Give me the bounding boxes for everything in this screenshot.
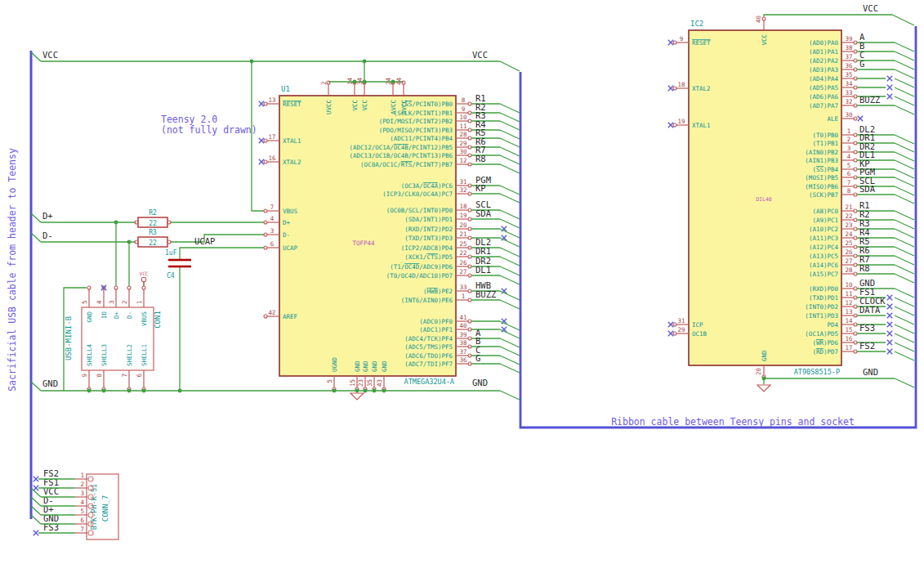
pin-end-circle [854, 254, 857, 257]
wire [895, 87, 914, 96]
pin-name: D- [283, 231, 290, 239]
net-label-sda[interactable]: SDA [859, 184, 876, 194]
wire [895, 298, 914, 307]
vcc-icon[interactable] [141, 277, 146, 282]
pin-name: (OC0A/OC1C/RTS/PCINT7)PB7 [360, 161, 453, 168]
wire [31, 213, 41, 222]
pin-end-circle [468, 354, 471, 357]
pin-number: 39 [459, 331, 466, 338]
junction-dot [391, 80, 395, 84]
pin-number: 20 [755, 368, 762, 376]
pin-name: (T0)PB0 [812, 132, 838, 139]
net-label-gnd[interactable]: GND [863, 367, 878, 377]
net-label-fs2[interactable]: FS2 [859, 341, 875, 351]
pin-end-circle [264, 139, 267, 142]
ground-icon[interactable] [757, 385, 770, 392]
wire [500, 329, 520, 338]
pin-name: (WR)PD6 [812, 339, 838, 347]
net-label-data[interactable]: DATA [859, 305, 881, 315]
pin-name: (ADC11/PCINT4)PB4 [390, 135, 453, 142]
ground-icon[interactable] [350, 393, 364, 400]
note-ribbon-cable[interactable]: Ribbon cable between Teensy pins and soc… [611, 417, 855, 427]
net-label-dl1[interactable]: DL1 [475, 265, 491, 275]
pin-name: AREF [283, 313, 298, 320]
resistor-r3[interactable]: R322 [135, 229, 171, 247]
pin-number: 27 [459, 268, 466, 275]
pin-number: 8 [96, 374, 103, 378]
pin-name: VBUS [141, 311, 148, 327]
pin-name: (TXD/INT3)PD3 [404, 235, 453, 242]
net-label-fs3[interactable]: FS3 [859, 323, 875, 333]
wire [895, 247, 914, 256]
pin-name: GND [761, 350, 768, 361]
junction-dot [382, 389, 386, 393]
note-sacrificial-usb-cable[interactable]: Sacrificial USB cable from header to Tee… [7, 148, 18, 392]
wire [31, 52, 41, 61]
pin-end-circle [854, 159, 857, 162]
wire [895, 105, 914, 114]
pin-number: 40 [459, 322, 467, 329]
pin-number: 4 [80, 499, 84, 506]
net-label-g[interactable]: G [475, 353, 480, 363]
net-label-dr1[interactable]: DR1 [475, 246, 491, 256]
pin-name: GND [354, 360, 361, 372]
ic-u1-atmega32u4[interactable]: U1ATMEGA32U4-ATQFP448(SS/PCINT0)PB09(SCL… [259, 77, 507, 391]
pin-name: D+ [283, 219, 291, 226]
wire [500, 347, 520, 356]
usb-connector-con1[interactable]: USB-MINI-BCON15GND4ID3D+2D-1VBUS9SHELL48… [65, 285, 162, 391]
pin-number: 2 [320, 81, 328, 85]
capacitor-c4[interactable]: 1uFC4 [165, 249, 191, 280]
pin-end-circle [468, 274, 471, 277]
pin-number: 10 [845, 281, 853, 289]
net-label-dplus[interactable]: D+ [42, 211, 53, 221]
pin-number: 1 [80, 472, 84, 479]
pin-number: 18 [459, 203, 467, 210]
pin-name: UVCC [325, 100, 333, 114]
wire [895, 256, 914, 265]
net-label-gnd[interactable]: GND [472, 378, 488, 387]
vcc-power-symbol[interactable]: VCC [140, 271, 149, 286]
pin-end-circle [854, 176, 857, 179]
wire [895, 69, 914, 78]
net-label-sda[interactable]: SDA [475, 208, 492, 218]
net-label-vcc[interactable]: VCC [42, 50, 58, 60]
pin-name: (T1)PB1 [812, 140, 838, 147]
net-label-r8[interactable]: R8 [475, 154, 486, 163]
wire [252, 61, 264, 211]
net-label-r8[interactable]: R8 [859, 263, 870, 273]
wire [170, 235, 264, 242]
pin-number: 25 [845, 239, 852, 247]
net-label-buzz[interactable]: BUZZ [859, 95, 880, 105]
pin-number: 14 [346, 77, 354, 85]
net-label-dminus[interactable]: D- [42, 231, 53, 240]
pin-end-circle [854, 168, 857, 171]
net-label-kp[interactable]: KP [475, 183, 486, 193]
note-teensy[interactable]: Teensy 2.0 (not fully drawn) [161, 114, 257, 136]
pin-number: 15 [845, 326, 852, 333]
pin-number: 31 [459, 178, 466, 186]
net-label-ucap[interactable]: UCAP [194, 236, 215, 246]
junction-dot [364, 389, 368, 393]
wire [500, 130, 520, 139]
pin-name: (AD0)PA0 [809, 39, 839, 47]
net-label-gnd[interactable]: GND [42, 378, 58, 388]
pin-end-circle [468, 102, 471, 105]
wire [500, 186, 520, 195]
pin-name: (OC3A/OC4A)PC6 [401, 182, 453, 190]
pin-name: XTAL2 [283, 159, 301, 166]
net-label-vcc[interactable]: VCC [863, 3, 878, 13]
connector-reference: CONN_7 [101, 495, 109, 522]
wire [500, 300, 520, 309]
pin-name: (A10)PC2 [809, 226, 838, 233]
pin-number: 12 [845, 299, 852, 307]
resistor-r2[interactable]: R222 [135, 209, 171, 227]
net-label-buzz[interactable]: BUZZ [475, 289, 496, 299]
pin-end-circle [468, 289, 471, 293]
pin-number: 6 [136, 374, 143, 378]
net-label-g[interactable]: G [859, 59, 864, 69]
wire [500, 147, 520, 156]
wire [895, 238, 914, 247]
wire [500, 61, 520, 71]
net-label-vcc[interactable]: VCC [472, 50, 488, 60]
resistor-value: 22 [149, 220, 157, 227]
